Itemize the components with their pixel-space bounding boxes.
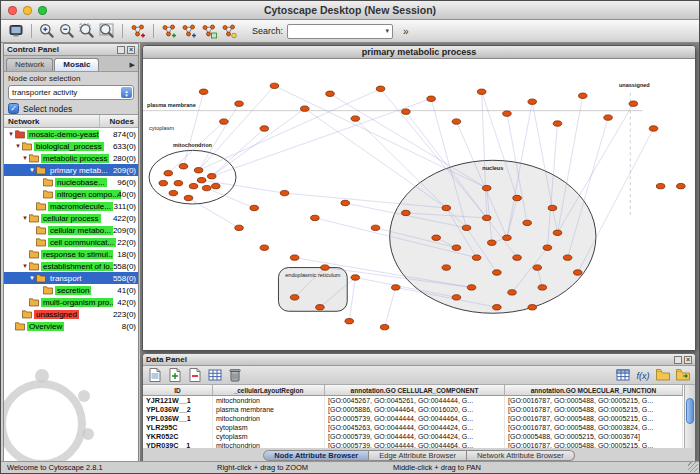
vizmapper-icon[interactable] bbox=[220, 22, 238, 40]
graph-node[interactable] bbox=[533, 265, 541, 270]
tree-row[interactable]: ▾biological_process633(0) bbox=[4, 140, 138, 152]
color-attribute-dropdown[interactable]: transporter activity ▴▾ bbox=[8, 85, 134, 100]
network-canvas[interactable]: plasma membranecytoplasmmitochondrionnuc… bbox=[143, 59, 695, 350]
column-header[interactable]: annotation.GO CELLULAR_COMPONENT bbox=[325, 385, 505, 396]
tree-expander-icon[interactable]: ▾ bbox=[28, 274, 36, 282]
graph-node[interactable] bbox=[538, 285, 546, 290]
graph-node[interactable] bbox=[208, 174, 216, 179]
new-network-from-selected-nodes-all-edges-icon[interactable] bbox=[180, 22, 198, 40]
graph-node[interactable] bbox=[442, 265, 450, 270]
close-panel-icon[interactable]: × bbox=[127, 46, 135, 54]
delete-attribute-icon[interactable] bbox=[186, 366, 204, 384]
graph-node[interactable] bbox=[260, 245, 268, 250]
tree-row[interactable]: multi-organism pro...42(0) bbox=[4, 296, 138, 308]
graph-node[interactable] bbox=[649, 126, 657, 131]
graph-node[interactable] bbox=[513, 255, 521, 260]
float-panel-icon[interactable] bbox=[117, 46, 125, 54]
graph-node[interactable] bbox=[402, 109, 410, 114]
float-data-panel-icon[interactable] bbox=[674, 356, 682, 364]
graph-node[interactable] bbox=[563, 255, 571, 260]
maximize-button[interactable] bbox=[38, 6, 47, 15]
graph-node[interactable] bbox=[321, 265, 329, 270]
table-row[interactable]: YKR052Ccytoplasm[GO:0005739, GO:0044444,… bbox=[143, 432, 695, 441]
graph-node[interactable] bbox=[184, 195, 192, 200]
tree-header-nodes[interactable]: Nodes bbox=[110, 115, 134, 128]
graph-node[interactable] bbox=[235, 225, 243, 230]
graph-node[interactable] bbox=[270, 83, 278, 88]
graph-node[interactable] bbox=[432, 235, 440, 240]
import-network-icon[interactable] bbox=[200, 22, 218, 40]
graph-node[interactable] bbox=[316, 305, 324, 310]
graph-node[interactable] bbox=[169, 190, 177, 195]
graph-node[interactable] bbox=[197, 177, 205, 182]
graph-node[interactable] bbox=[345, 319, 353, 324]
graph-node[interactable] bbox=[604, 115, 612, 120]
column-header[interactable]: _cellularLayoutRegion bbox=[213, 385, 325, 396]
graph-node[interactable] bbox=[189, 183, 197, 188]
graph-node[interactable] bbox=[202, 185, 210, 190]
graph-node[interactable] bbox=[513, 195, 521, 200]
graph-node[interactable] bbox=[376, 86, 384, 91]
tree-row[interactable]: Overview8(0) bbox=[4, 320, 138, 332]
attribute-matrix-icon[interactable] bbox=[206, 366, 224, 384]
table-row[interactable]: YLR295Ccytoplasm[GO:0045263, GO:0044444,… bbox=[143, 423, 695, 432]
graph-node[interactable] bbox=[543, 245, 551, 250]
graph-node[interactable] bbox=[402, 210, 410, 215]
graph-node[interactable] bbox=[199, 89, 207, 94]
graph-node[interactable] bbox=[290, 295, 298, 300]
graph-node[interactable] bbox=[442, 205, 450, 210]
graph-node[interactable] bbox=[488, 240, 496, 245]
graph-node[interactable] bbox=[174, 180, 182, 185]
tree-row[interactable]: ▾transport558(0) bbox=[4, 272, 138, 284]
trash-icon[interactable] bbox=[226, 366, 244, 384]
new-session-icon[interactable] bbox=[7, 22, 25, 40]
tree-row[interactable]: response to stimul...18(0) bbox=[4, 248, 138, 260]
tree-row[interactable]: macromolecule...311(0) bbox=[4, 200, 138, 212]
table-vertical-scrollbar[interactable] bbox=[684, 385, 695, 450]
tree-expander-icon[interactable]: ▾ bbox=[14, 142, 22, 150]
graph-node[interactable] bbox=[351, 275, 359, 280]
tree-expander-icon[interactable]: ▾ bbox=[28, 166, 36, 174]
table-row[interactable]: YPL036W__1mitochondrion[GO:0005739, GO:0… bbox=[143, 414, 695, 423]
graph-node[interactable] bbox=[280, 190, 288, 195]
tab-node-attribute-browser[interactable]: Node Attribute Browser bbox=[263, 450, 369, 461]
graph-node[interactable] bbox=[482, 215, 490, 220]
network-canvas-wrap[interactable]: plasma membranecytoplasmmitochondrionnuc… bbox=[143, 59, 695, 350]
tab-edge-attribute-browser[interactable]: Edge Attribute Browser bbox=[369, 450, 467, 461]
graph-node[interactable] bbox=[212, 183, 220, 188]
tree-row[interactable]: ▾mosaic-demo-yeast874(0) bbox=[4, 128, 138, 140]
graph-node[interactable] bbox=[260, 126, 268, 131]
graph-node[interactable] bbox=[629, 101, 637, 106]
graph-node[interactable] bbox=[194, 168, 202, 173]
graph-node[interactable] bbox=[462, 225, 470, 230]
tree-row[interactable]: ▾cellular process422(0) bbox=[4, 212, 138, 224]
tab-network[interactable]: Network bbox=[6, 58, 53, 71]
select-attributes-icon[interactable] bbox=[146, 366, 164, 384]
search-dropdown-icon[interactable]: ▾ bbox=[386, 27, 393, 35]
graph-node[interactable] bbox=[503, 111, 511, 116]
resize-grip[interactable] bbox=[688, 462, 698, 472]
create-attribute-icon[interactable] bbox=[166, 366, 184, 384]
zoom-selected-icon[interactable] bbox=[78, 22, 96, 40]
graph-node[interactable] bbox=[548, 205, 556, 210]
table-row[interactable]: YJR121W__1mitochondrion[GO:0045267, GO:0… bbox=[143, 396, 695, 405]
graph-node[interactable] bbox=[452, 245, 460, 250]
tree-row[interactable]: ▾establishment of lo...558(0) bbox=[4, 260, 138, 272]
tab-network-attribute-browser[interactable]: Network Attribute Browser bbox=[467, 450, 575, 461]
import-attributes-icon[interactable] bbox=[654, 366, 672, 384]
minimize-button[interactable] bbox=[23, 6, 32, 15]
toolbar-overflow-icon[interactable]: » bbox=[403, 26, 409, 37]
graph-node[interactable] bbox=[528, 305, 536, 310]
graph-node[interactable] bbox=[493, 270, 501, 275]
column-header[interactable]: annotation.GO MOLECULAR_FUNCTION bbox=[505, 385, 683, 396]
graph-node[interactable] bbox=[164, 171, 172, 176]
graph-node[interactable] bbox=[656, 183, 664, 188]
close-button[interactable] bbox=[8, 6, 17, 15]
graph-node[interactable] bbox=[477, 89, 485, 94]
graph-node[interactable] bbox=[380, 324, 388, 329]
tree-expander-icon[interactable]: ▾ bbox=[7, 130, 15, 138]
tree-row[interactable]: cellular metabo...209(0) bbox=[4, 224, 138, 236]
graph-node[interactable] bbox=[311, 215, 319, 220]
graph-node[interactable] bbox=[493, 305, 501, 310]
graph-node[interactable] bbox=[482, 185, 490, 190]
